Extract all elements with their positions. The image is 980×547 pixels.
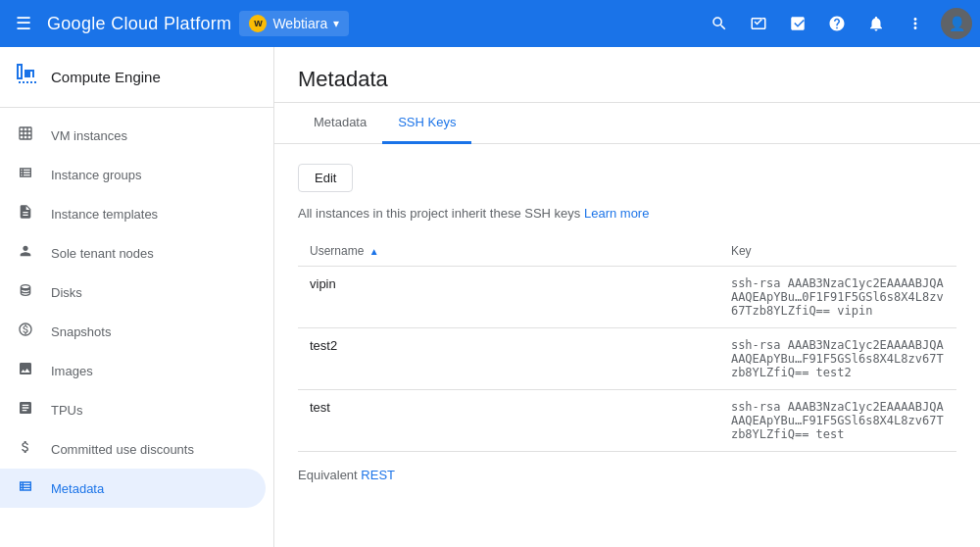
cloud-shell-icon[interactable]	[741, 6, 776, 41]
learn-more-link[interactable]: Learn more	[584, 206, 649, 221]
sidebar-item-instance-templates[interactable]: Instance templates	[0, 194, 266, 233]
compute-engine-icon	[16, 63, 39, 91]
sidebar-item-label-disks: Disks	[51, 285, 82, 300]
ssh-keys-table: Username ▲ Key vipinssh-rsa AAAB3NzaC1yc…	[298, 236, 956, 452]
sidebar-item-label-images: Images	[51, 364, 93, 378]
tabs-container: Metadata SSH Keys	[274, 103, 980, 144]
sole-tenant-nodes-icon	[16, 243, 35, 263]
search-icon[interactable]	[702, 6, 737, 41]
user-avatar[interactable]: 👤	[941, 8, 972, 39]
page-title: Metadata	[298, 67, 956, 92]
sidebar-item-snapshots[interactable]: Snapshots	[0, 312, 266, 351]
more-options-icon[interactable]	[898, 6, 933, 41]
sidebar-item-metadata[interactable]: Metadata	[0, 469, 266, 508]
vm-instances-icon	[16, 125, 35, 145]
table-cell-username: vipin	[298, 267, 719, 328]
analytics-icon[interactable]	[780, 6, 815, 41]
page-header: Metadata	[274, 47, 980, 103]
hamburger-menu[interactable]: ☰	[8, 5, 39, 42]
edit-button[interactable]: Edit	[298, 164, 353, 192]
table-cell-username: test2	[298, 328, 719, 390]
snapshots-icon	[16, 322, 35, 341]
sidebar-header-title: Compute Engine	[51, 69, 161, 85]
content-area: Edit All instances in this project inher…	[274, 144, 980, 502]
column-header-key: Key	[719, 236, 956, 267]
sidebar-item-label-committed-use: Committed use discounts	[51, 442, 194, 457]
table-cell-key: ssh-rsa AAAB3NzaC1yc2EAAAABJQAAAQEApYBu……	[719, 267, 956, 328]
sidebar-item-label-sole-tenant-nodes: Sole tenant nodes	[51, 246, 154, 261]
metadata-icon	[16, 478, 35, 498]
body-container: Compute Engine VM instances Instance gro…	[0, 47, 980, 547]
table-cell-key: ssh-rsa AAAB3NzaC1yc2EAAAABJQAAAQEApYBu……	[719, 390, 956, 452]
sidebar-item-label-instance-groups: Instance groups	[51, 168, 142, 182]
tab-metadata[interactable]: Metadata	[298, 103, 382, 144]
project-name: Webtiara	[272, 16, 327, 31]
notifications-icon[interactable]	[858, 6, 894, 41]
rest-link[interactable]: REST	[361, 468, 395, 482]
help-icon[interactable]	[819, 6, 855, 41]
sidebar-item-label-instance-templates: Instance templates	[51, 207, 158, 222]
top-nav-icons: 👤	[702, 6, 972, 41]
sidebar-item-label-tpus: TPUs	[51, 403, 83, 418]
sidebar-item-label-snapshots: Snapshots	[51, 324, 111, 339]
tab-ssh-keys[interactable]: SSH Keys	[382, 103, 471, 144]
sidebar-navigation: VM instances Instance groups Instance te…	[0, 108, 273, 516]
sort-ascending-icon[interactable]: ▲	[369, 246, 379, 257]
table-cell-key: ssh-rsa AAAB3NzaC1yc2EAAAABJQAAAQEApYBu……	[719, 328, 956, 390]
instance-groups-icon	[16, 165, 35, 184]
sidebar-item-disks[interactable]: Disks	[0, 273, 266, 312]
project-selector[interactable]: W Webtiara ▾	[239, 11, 349, 36]
table-row: vipinssh-rsa AAAB3NzaC1yc2EAAAABJQAAAQEA…	[298, 267, 956, 328]
sidebar-item-sole-tenant-nodes[interactable]: Sole tenant nodes	[0, 233, 266, 273]
sidebar-item-label-vm-instances: VM instances	[51, 128, 127, 143]
sidebar-item-images[interactable]: Images	[0, 351, 266, 390]
app-title: Google Cloud Platform	[47, 14, 231, 34]
sidebar-item-tpus[interactable]: TPUs	[0, 390, 266, 429]
sidebar-item-label-metadata: Metadata	[51, 481, 104, 496]
instance-templates-icon	[16, 204, 35, 224]
equivalent-rest-section: Equivalent REST	[298, 468, 956, 482]
committed-use-icon	[16, 439, 35, 459]
chevron-down-icon: ▾	[333, 17, 339, 30]
top-nav: ☰ Google Cloud Platform W Webtiara ▾	[0, 0, 980, 47]
sidebar: Compute Engine VM instances Instance gro…	[0, 47, 274, 547]
tpus-icon	[16, 400, 35, 420]
images-icon	[16, 361, 35, 380]
disks-icon	[16, 282, 35, 302]
table-row: test2ssh-rsa AAAB3NzaC1yc2EAAAABJQAAAQEA…	[298, 328, 956, 390]
info-text: All instances in this project inherit th…	[298, 206, 956, 221]
sidebar-header: Compute Engine	[0, 47, 273, 108]
project-dot: W	[249, 15, 267, 32]
table-row: testssh-rsa AAAB3NzaC1yc2EAAAABJQAAAQEAp…	[298, 390, 956, 452]
sidebar-item-committed-use[interactable]: Committed use discounts	[0, 429, 266, 469]
sidebar-item-instance-groups[interactable]: Instance groups	[0, 155, 266, 194]
top-nav-left: ☰ Google Cloud Platform W Webtiara ▾	[8, 5, 694, 42]
sidebar-item-vm-instances[interactable]: VM instances	[0, 116, 266, 155]
main-content: Metadata Metadata SSH Keys Edit All inst…	[274, 47, 980, 547]
column-header-username: Username ▲	[298, 236, 719, 267]
table-cell-username: test	[298, 390, 719, 452]
